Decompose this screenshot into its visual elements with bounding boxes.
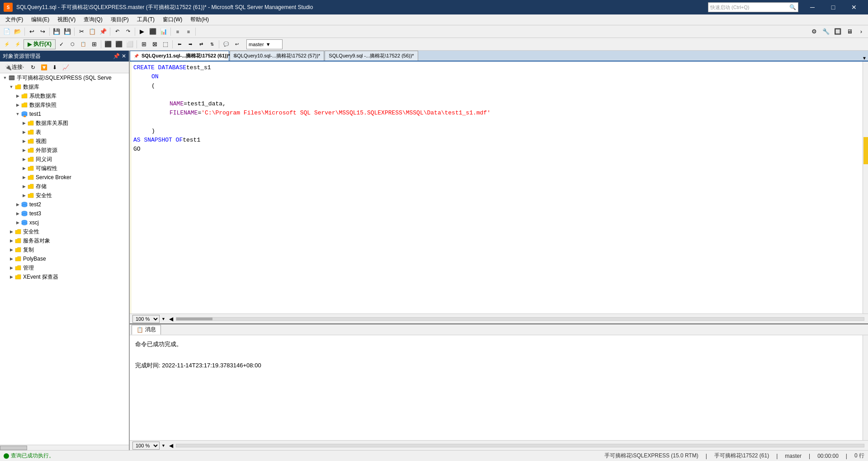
cut-icon[interactable]: ✂	[76, 27, 86, 37]
editor-zoom-select[interactable]: 100 % 75 % 125 %	[132, 315, 160, 323]
save-all-icon[interactable]: 💾	[62, 27, 72, 37]
outdent-icon[interactable]: ≡	[184, 27, 193, 37]
tb2-icon7[interactable]: ⊠	[150, 39, 160, 49]
menu-edit[interactable]: 编辑(E)	[28, 15, 53, 25]
indent-icon[interactable]: ≡	[173, 27, 183, 37]
oe-pin-icon[interactable]: 📌	[113, 53, 120, 59]
results-scroll-left-icon[interactable]: ◀	[169, 442, 173, 449]
expand-test1-icon[interactable]: ▼	[14, 111, 21, 117]
tree-polybase[interactable]: ▶ PolyBase	[0, 254, 129, 263]
tree-system-dbs[interactable]: ▶ 系统数据库	[0, 91, 129, 100]
minimize-button[interactable]: ─	[802, 0, 823, 14]
oe-horizontal-scrollbar[interactable]	[0, 445, 129, 450]
horizontal-scrollbar-thumb[interactable]	[176, 318, 212, 320]
align-left-icon[interactable]: ⬅	[175, 39, 184, 49]
tree-views[interactable]: ▶ 视图	[0, 137, 129, 146]
tree-server-objects[interactable]: ▶ 服务器对象	[0, 236, 129, 245]
oe-refresh-icon[interactable]: ↻	[28, 62, 38, 72]
expand-snapshots-icon[interactable]: ▶	[14, 102, 21, 108]
tree-db-test3[interactable]: ▶ test3	[0, 209, 129, 218]
tree-service-broker[interactable]: ▶ Service Broker	[0, 173, 129, 182]
expand-xevent-icon[interactable]: ▶	[8, 274, 14, 280]
expand-system-dbs-icon[interactable]: ▶	[14, 93, 21, 99]
open-file-icon[interactable]: 📂	[13, 27, 23, 37]
expand-sec-test1-icon[interactable]: ▶	[21, 192, 27, 199]
tb2-icon8[interactable]: ⬚	[160, 39, 170, 49]
properties-icon[interactable]: ⚙	[809, 27, 819, 37]
stop-icon[interactable]: ⬛	[148, 27, 158, 37]
results-horizontal-scrollbar[interactable]	[176, 444, 864, 447]
restore-button[interactable]: □	[823, 0, 844, 14]
oe-filter-icon[interactable]: 🔽	[39, 62, 49, 72]
tree-db-snapshots[interactable]: ▶ 数据库快照	[0, 100, 129, 109]
tree-db-xscj[interactable]: ▶ xscj	[0, 218, 129, 227]
expand-synonyms-icon[interactable]: ▶	[21, 156, 27, 162]
oe-filter2-icon[interactable]: ⬇	[50, 62, 60, 72]
tb2-icon10[interactable]: ⇅	[207, 39, 217, 49]
expand-server-obj-icon[interactable]: ▶	[8, 238, 14, 244]
expand-ext-res-icon[interactable]: ▶	[21, 147, 27, 153]
chevron-icon[interactable]: ›	[856, 27, 866, 37]
expand-server-icon[interactable]: ▼	[2, 75, 8, 81]
copy-icon[interactable]: 📋	[87, 27, 97, 37]
tree-programmability[interactable]: ▶ 可编程性	[0, 164, 129, 173]
tb2-icon2[interactable]: ⚡	[13, 39, 23, 49]
menu-project[interactable]: 项目(P)	[107, 15, 132, 25]
save-icon[interactable]: 💾	[52, 27, 61, 37]
layout-icon[interactable]: 🔲	[833, 27, 843, 37]
expand-views-icon[interactable]: ▶	[21, 138, 27, 144]
menu-file[interactable]: 文件(F)	[2, 15, 27, 25]
tree-management[interactable]: ▶ 管理	[0, 263, 129, 272]
expand-replication-icon[interactable]: ▶	[8, 247, 14, 253]
tab-query9[interactable]: SQLQuery9.sql -...摘棉花\17522 (56))*	[325, 51, 418, 61]
execute-button[interactable]: ▶ 执行(X)	[24, 39, 56, 49]
undo2-icon[interactable]: ↶	[112, 27, 122, 37]
tree-synonyms[interactable]: ▶ 同义词	[0, 155, 129, 164]
tree-server-node[interactable]: ▼ 手可摘棉花\SQLEXPRESS (SQL Serve	[0, 73, 129, 82]
expand-tables-icon[interactable]: ▶	[21, 129, 27, 135]
scroll-left-icon[interactable]: ◀	[169, 316, 173, 322]
tree-replication[interactable]: ▶ 复制	[0, 245, 129, 254]
tree-security-test1[interactable]: ▶ 安全性	[0, 191, 129, 200]
tree-db-diagrams[interactable]: ▶ 数据库关系图	[0, 119, 129, 128]
check-icon[interactable]: ✓	[57, 39, 66, 49]
paste-icon[interactable]: 📌	[98, 27, 108, 37]
expand-mgmt-icon[interactable]: ▶	[8, 265, 14, 271]
code-editor[interactable]: CREATE DATABASE test_s1 ON ( NAME=test1_…	[130, 62, 863, 314]
tb2-icon4[interactable]: ⬛	[114, 39, 124, 49]
comment-icon[interactable]: 💬	[221, 39, 231, 49]
tb2-icon6[interactable]: ⊞	[139, 39, 149, 49]
tree-db-test1[interactable]: ▼ test1	[0, 109, 129, 119]
oe-scrollbar-thumb[interactable]	[0, 446, 27, 450]
tb2-icon5[interactable]: ⬜	[125, 39, 135, 49]
tab-query11[interactable]: 📌 SQLQuery11.sql-...摘棉花\17522 (61))* ✕	[130, 51, 229, 61]
tab-overflow-icon[interactable]: ▼	[861, 56, 868, 61]
menu-view[interactable]: 视图(V)	[54, 15, 79, 25]
horizontal-scrollbar[interactable]	[176, 317, 864, 321]
tree-db-test2[interactable]: ▶ test2	[0, 200, 129, 209]
expand-sb-icon[interactable]: ▶	[21, 174, 27, 181]
expand-xscj-icon[interactable]: ▶	[14, 219, 21, 226]
menu-help[interactable]: 帮助(H)	[187, 15, 212, 25]
tree-tables[interactable]: ▶ 表	[0, 128, 129, 137]
tree-xevent[interactable]: ▶ XEvent 探查器	[0, 272, 129, 281]
tab-query11-close[interactable]: ✕	[233, 53, 236, 58]
expand-prog-icon[interactable]: ▶	[21, 165, 27, 171]
close-button[interactable]: ✕	[844, 0, 864, 14]
expand-polybase-icon[interactable]: ▶	[8, 256, 14, 262]
editor-vertical-scrollbar[interactable]	[863, 62, 868, 314]
tree-storage[interactable]: ▶ 存储	[0, 182, 129, 191]
menu-tools[interactable]: 工具(T)	[133, 15, 158, 25]
tree-databases-folder[interactable]: ▼ 数据库	[0, 82, 129, 91]
expand-storage-icon[interactable]: ▶	[21, 183, 27, 190]
oe-connect-button[interactable]: 🔌 连接·	[2, 62, 27, 72]
tb2-icon9[interactable]: ⇄	[196, 39, 206, 49]
tb2-icon1[interactable]: ⚡	[2, 39, 12, 49]
tree-external-resources[interactable]: ▶ 外部资源	[0, 146, 129, 155]
results-zoom-select[interactable]: 100 % 75 %	[132, 442, 160, 450]
tab-query10[interactable]: SQLQuery10.sql-...摘棉花\17522 (57))*	[230, 51, 324, 61]
display-icon[interactable]: 📋	[78, 39, 88, 49]
results-icon[interactable]: 📊	[159, 27, 169, 37]
editor-scroll-thumb[interactable]	[863, 137, 868, 164]
monitor-icon[interactable]: 🖥	[844, 27, 854, 37]
